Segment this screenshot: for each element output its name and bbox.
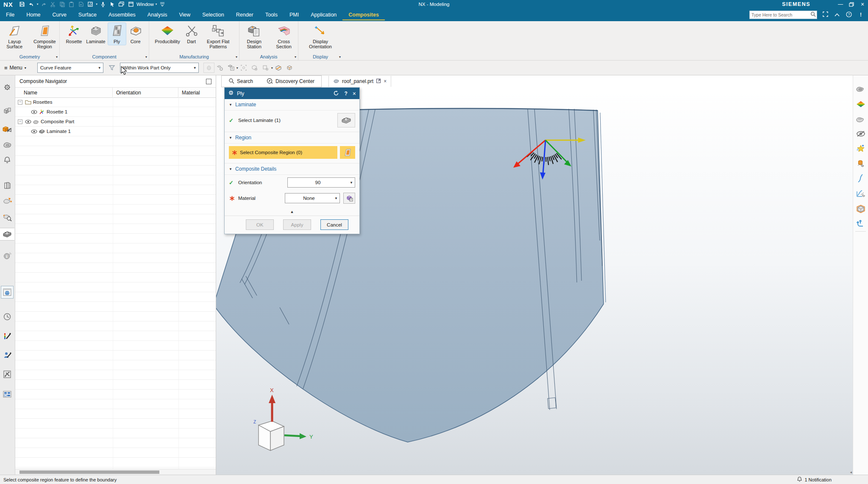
region-picker-button[interactable] [340, 146, 355, 159]
group-label-component[interactable]: Component▾ [60, 53, 149, 60]
ok-button[interactable]: OK [246, 219, 274, 230]
primitive-tools-icon[interactable] [855, 157, 866, 169]
undo-icon[interactable] [27, 1, 36, 8]
redo-icon[interactable] [39, 1, 48, 8]
cross-section-button[interactable]: Cross Section [270, 23, 298, 50]
cancel-button[interactable]: Cancel [320, 219, 348, 230]
select-region-row[interactable]: Select Composite Region (0) [225, 144, 359, 163]
menu-view[interactable]: View [173, 9, 196, 20]
insert-sheet-icon[interactable] [77, 1, 85, 8]
datum-part-icon[interactable] [855, 113, 866, 125]
notifications-bell-icon[interactable] [1, 154, 13, 166]
minimize-ribbon-icon[interactable] [833, 12, 841, 18]
layup-surface-button[interactable]: Layup Surface [0, 23, 29, 50]
group-label-manufacturing[interactable]: Manufacturing▾ [149, 53, 239, 60]
discovery-center-tab[interactable]: Discovery Center [260, 76, 321, 87]
analysis-surface-icon[interactable] [855, 98, 866, 110]
search-input[interactable] [750, 12, 810, 17]
paste-icon[interactable] [67, 1, 76, 8]
ribbon-options-icon[interactable] [158, 1, 167, 8]
return-arrow-icon[interactable] [855, 217, 866, 229]
menu-curve[interactable]: Curve [47, 9, 72, 20]
layout-templates-icon[interactable] [1, 388, 13, 400]
snap-point-icon[interactable] [215, 63, 225, 72]
fullscreen-icon[interactable] [821, 11, 829, 18]
dialog-close-icon[interactable]: × [353, 90, 356, 97]
select-related-icon[interactable] [239, 63, 249, 72]
help-icon[interactable]: ? [845, 11, 853, 19]
pattern-tool-icon[interactable] [86, 1, 95, 8]
navigator-dock-icon[interactable] [206, 79, 211, 84]
tree-row-composite-part[interactable]: − Composite Part [15, 117, 216, 127]
face-rule-caret[interactable]: ▾ [236, 66, 238, 70]
column-name[interactable]: Name [15, 88, 113, 97]
command-search-box[interactable] [749, 11, 817, 19]
column-orientation[interactable]: Orientation [113, 88, 178, 97]
document-tab-roof-panel[interactable]: roof_panel.prt × [328, 76, 391, 87]
select-laminate-row[interactable]: ✓ Select Laminate (1) [225, 111, 359, 132]
wireframe-display-icon[interactable] [284, 63, 295, 72]
region-section-header[interactable]: ▼ Region [225, 132, 359, 144]
tree-row-rosettes[interactable]: − Rosettes [15, 97, 216, 107]
navigator-horizontal-scrollbar[interactable] [15, 469, 216, 475]
scroll-left-arrow[interactable]: ◂ [850, 470, 852, 474]
scrollbar-thumb[interactable] [19, 470, 159, 474]
core-button[interactable]: Core [127, 23, 145, 45]
detach-tab-icon[interactable] [376, 78, 381, 85]
tree-row-laminate-1[interactable]: Laminate 1 [15, 127, 216, 136]
find-component-icon[interactable] [1, 211, 13, 223]
ply-dialog[interactable]: Ply ? × ▼ Laminate ✓ Select Laminate (1) [224, 87, 360, 234]
dialog-collapse-arrow[interactable]: ▲ [225, 208, 359, 216]
constraint-navigator-icon[interactable] [1, 124, 13, 136]
material-dropdown[interactable]: None▼ [285, 193, 340, 203]
close-button[interactable]: × [857, 0, 868, 8]
column-material[interactable]: Material [178, 88, 216, 97]
part-navigator-icon[interactable] [1, 139, 13, 151]
group-label-display[interactable]: Display▾ [298, 53, 342, 60]
menu-composites[interactable]: Composites [342, 9, 385, 20]
assembly-navigator-icon[interactable] [1, 105, 13, 117]
tree-row-rosette-1[interactable]: Rosette 1 [15, 107, 216, 117]
window-menu-label[interactable]: Window [136, 2, 154, 7]
composite-navigator-rail-icon[interactable] [0, 228, 14, 241]
menu-button[interactable]: ≡ Menu ▾ [0, 65, 31, 71]
visibility-eye-icon[interactable] [31, 108, 37, 115]
window-icon[interactable] [127, 1, 135, 8]
menu-home[interactable]: Home [20, 9, 46, 20]
laminate-picker-button[interactable] [337, 113, 355, 127]
shaded-display-icon[interactable] [273, 63, 284, 72]
close-tab-icon[interactable]: × [384, 78, 387, 84]
system-tools-icon[interactable] [1, 368, 13, 380]
roles-icon[interactable] [1, 349, 13, 361]
apply-button[interactable]: Apply [283, 219, 311, 230]
menu-application[interactable]: Application [305, 9, 342, 20]
select-region-icon[interactable] [261, 63, 271, 72]
group-label-analysis[interactable]: Analysis▾ [239, 53, 298, 60]
history-books-icon[interactable] [1, 180, 13, 191]
info-icon[interactable]: i [1, 250, 13, 262]
orientation-dropdown[interactable]: 90▼ [287, 177, 355, 188]
web-browser-icon[interactable] [1, 286, 13, 298]
menu-file[interactable]: File [0, 9, 20, 20]
highlight-selection-icon[interactable] [204, 63, 214, 72]
menu-surface[interactable]: Surface [72, 9, 103, 20]
minimize-button[interactable]: — [835, 0, 846, 8]
menu-assemblies[interactable]: Assemblies [103, 9, 142, 20]
restore-button[interactable] [846, 0, 857, 8]
ply-button[interactable]: Ply [108, 23, 126, 45]
gear-icon[interactable] [1, 81, 13, 93]
dialog-reset-icon[interactable] [333, 90, 339, 97]
touch-mode-icon[interactable] [108, 1, 117, 8]
dart-button[interactable]: Dart [183, 23, 200, 45]
selection-type-filter[interactable]: Curve Feature▼ [37, 63, 103, 73]
search-icon[interactable] [810, 11, 816, 18]
pattern-dropdown-caret[interactable]: ▾ [96, 3, 97, 6]
history-clock-icon[interactable] [1, 311, 13, 323]
visual-reports-icon[interactable] [1, 330, 13, 342]
notification-area[interactable]: 1 Notification [797, 476, 832, 483]
visibility-eye-icon[interactable] [25, 118, 31, 125]
producibility-button[interactable]: Producibility [153, 23, 181, 45]
visibility-eye-icon[interactable] [31, 128, 37, 135]
display-orientation-button[interactable]: Display Orientation [303, 23, 337, 50]
select-region-field[interactable]: Select Composite Region (0) [229, 146, 337, 159]
